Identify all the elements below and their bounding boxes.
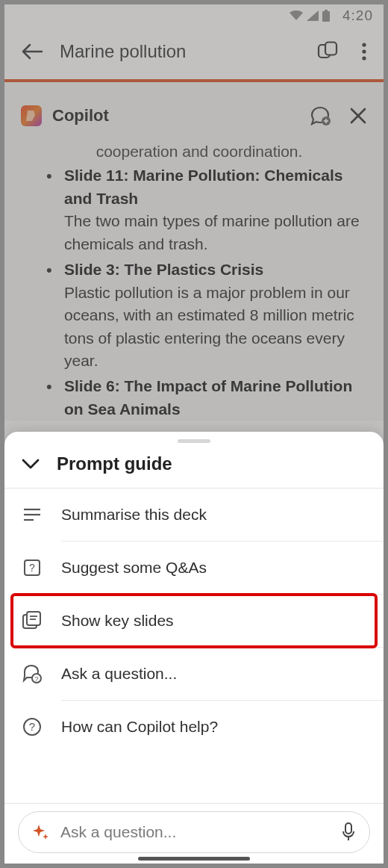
divider: [4, 803, 384, 804]
prompt-menu: Summarise this deck ? Suggest some Q&As …: [4, 489, 384, 803]
slide-item-desc: The two main types of marine pollution a…: [64, 212, 360, 252]
menu-item-label: Suggest some Q&As: [61, 559, 207, 577]
page-title: Marine pollution: [60, 41, 300, 62]
svg-rect-0: [322, 11, 330, 22]
sheet-grabber[interactable]: [178, 439, 210, 443]
menu-item-key-slides[interactable]: Show key slides: [12, 595, 376, 647]
copilot-logo-icon: [21, 105, 42, 126]
menu-item-suggest-qa[interactable]: ? Suggest some Q&As: [4, 542, 384, 594]
sparkle-icon: [32, 823, 50, 841]
slide-item-title: Slide 11: Marine Pollution: Chemicals an…: [64, 167, 342, 206]
slides-icon: [21, 610, 43, 632]
back-icon[interactable]: [21, 43, 43, 60]
help-icon: ?: [21, 716, 43, 738]
svg-point-6: [362, 56, 366, 60]
svg-rect-1: [325, 10, 328, 11]
svg-rect-21: [345, 823, 351, 834]
status-icons: [289, 10, 331, 22]
menu-item-label: Ask a question...: [61, 665, 177, 683]
slide-item-desc: Plastic pollution is a major problem in …: [64, 284, 354, 369]
slide-item-title: Slide 3: The Plastics Crisis: [64, 261, 263, 278]
slide-item: Slide 6: The Impact of Marine Pollution …: [51, 375, 363, 421]
slide-item: Slide 3: The Plastics Crisis Plastic pol…: [51, 258, 363, 372]
copilot-response: cooperation and coordination. Slide 11: …: [4, 137, 384, 421]
svg-point-5: [362, 49, 366, 53]
svg-text:?: ?: [34, 675, 38, 683]
menu-item-summarise[interactable]: Summarise this deck: [4, 489, 384, 541]
chat-question-icon: ?: [21, 663, 43, 685]
svg-text:?: ?: [29, 720, 35, 733]
status-bar: 4:20: [4, 4, 384, 27]
wifi-icon: [289, 10, 304, 21]
prompt-guide-sheet: Prompt guide Summarise this deck ? Sugge…: [4, 432, 384, 864]
close-icon[interactable]: [349, 107, 367, 125]
summarise-icon: [21, 503, 43, 526]
svg-rect-3: [325, 43, 337, 55]
copilot-panel: Copilot cooperation and coordination. Sl…: [4, 82, 384, 421]
menu-item-label: Show key slides: [61, 612, 174, 630]
sheet-title: Prompt guide: [57, 453, 172, 474]
slide-item-title: Slide 6: The Impact of Marine Pollution …: [64, 377, 352, 417]
home-indicator: [138, 857, 250, 861]
question-card-icon: ?: [21, 557, 43, 579]
menu-item-ask-question[interactable]: ? Ask a question...: [4, 648, 384, 700]
battery-icon: [322, 10, 331, 22]
menu-item-how-help[interactable]: ? How can Copilot help?: [4, 701, 384, 753]
ask-input-placeholder: Ask a question...: [60, 823, 331, 841]
ask-input-bar[interactable]: Ask a question...: [18, 811, 370, 853]
app-header: Marine pollution: [4, 27, 384, 79]
microphone-icon[interactable]: [341, 822, 356, 842]
new-chat-icon[interactable]: [309, 105, 331, 127]
status-time: 4:20: [342, 7, 373, 24]
svg-point-4: [362, 43, 366, 46]
signal-icon: [307, 10, 319, 21]
menu-item-label: How can Copilot help?: [61, 718, 218, 736]
svg-text:?: ?: [29, 562, 35, 574]
overflow-menu-icon[interactable]: [355, 42, 373, 61]
chevron-down-icon[interactable]: [21, 458, 40, 470]
truncated-text: cooperation and coordination.: [36, 140, 363, 163]
slide-item: Slide 11: Marine Pollution: Chemicals an…: [51, 164, 363, 255]
copilot-title: Copilot: [52, 106, 298, 125]
menu-item-label: Summarise this deck: [61, 506, 207, 524]
svg-rect-14: [27, 612, 40, 625]
copilot-header-icon[interactable]: [316, 40, 339, 63]
